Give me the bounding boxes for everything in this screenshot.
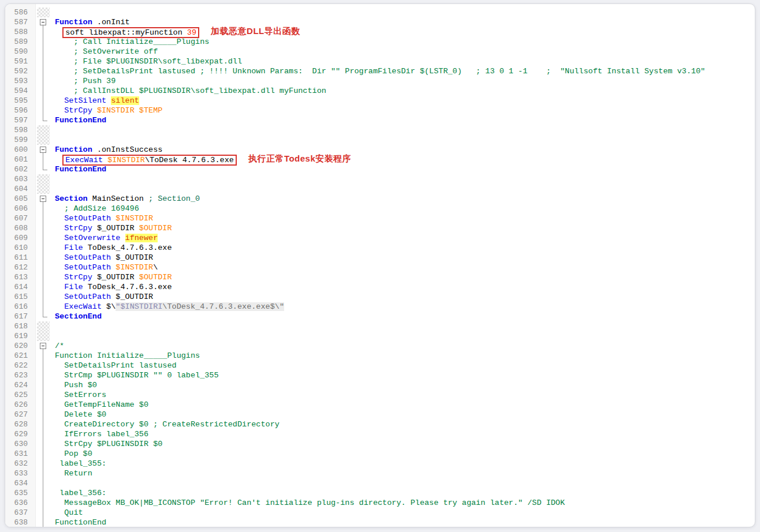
line-number[interactable]: 603 (5, 175, 35, 183)
line-number[interactable]: 635 (5, 489, 35, 497)
line-number[interactable]: 587 (5, 18, 35, 27)
line-number[interactable]: 597 (5, 116, 35, 125)
fold-minus-icon[interactable] (40, 147, 46, 153)
line-number[interactable]: 631 (5, 449, 35, 458)
code-text[interactable]: StrCpy $_OUTDIR $OUTDIR (55, 223, 172, 233)
line-number[interactable]: 601 (5, 155, 35, 164)
line-number[interactable]: 598 (5, 126, 35, 134)
code-text[interactable]: Delete $0 (55, 410, 106, 419)
code-text[interactable]: ; CallInstDLL $PLUGINSDIR\soft_libexpat.… (55, 86, 326, 96)
line-number[interactable]: 617 (5, 312, 35, 321)
line-number[interactable]: 592 (5, 67, 35, 76)
line-number[interactable]: 625 (5, 391, 35, 399)
line-number[interactable]: 589 (5, 38, 35, 46)
line-number[interactable]: 606 (5, 204, 35, 213)
code-text[interactable]: IfErrors label_356 (55, 429, 148, 439)
fold-collapse-icon[interactable] (35, 145, 50, 155)
code-text[interactable]: label_356: (55, 488, 106, 498)
line-number[interactable]: 604 (5, 185, 35, 193)
line-number[interactable]: 609 (5, 234, 35, 242)
code-text[interactable]: ; AddSize 169496 (55, 204, 139, 213)
line-number[interactable]: 594 (5, 87, 35, 95)
fold-minus-icon[interactable] (40, 343, 46, 349)
line-number[interactable]: 611 (5, 253, 35, 262)
code-text[interactable]: SetOutPath $INSTDIR\ (55, 263, 158, 272)
line-number[interactable]: 633 (5, 469, 35, 478)
code-text[interactable]: SetOutPath $_OUTDIR (55, 292, 153, 302)
line-number[interactable]: 600 (5, 145, 35, 154)
line-number[interactable]: 618 (5, 322, 35, 331)
line-number[interactable]: 608 (5, 224, 35, 233)
line-number[interactable]: 610 (5, 243, 35, 252)
fold-collapse-icon[interactable] (35, 194, 50, 204)
code-text[interactable]: /* (55, 341, 64, 351)
code-text[interactable]: StrCpy $INSTDIR $TEMP (55, 106, 162, 115)
code-text[interactable]: StrCpy $_OUTDIR $OUTDIR (55, 272, 172, 282)
line-number[interactable]: 605 (5, 194, 35, 203)
line-number[interactable]: 599 (5, 136, 35, 144)
code-text[interactable]: SectionEnd (55, 312, 102, 321)
line-number[interactable]: 637 (5, 508, 35, 517)
code-text[interactable]: ; Call Initialize_____Plugins (55, 37, 209, 47)
code-text[interactable]: Function Initialize_____Plugins (55, 351, 200, 361)
code-text[interactable]: FunctionEnd (55, 518, 106, 527)
line-number[interactable]: 624 (5, 381, 35, 389)
line-number[interactable]: 615 (5, 293, 35, 301)
code-text[interactable]: ExecWait $INSTDIR\ToDesk 4.7.6.3.exe执行正常… (55, 154, 351, 166)
line-number[interactable]: 634 (5, 479, 35, 488)
line-number[interactable]: 616 (5, 302, 35, 311)
code-text[interactable]: Push $0 (55, 380, 97, 390)
line-number[interactable]: 595 (5, 96, 35, 105)
code-text[interactable]: StrCpy $PLUGINSDIR $0 (55, 439, 162, 449)
line-number[interactable]: 629 (5, 430, 35, 439)
line-number[interactable]: 638 (5, 518, 35, 527)
code-area[interactable]: 586587Function .onInit588 soft libexpat:… (5, 8, 755, 527)
line-number[interactable]: 636 (5, 499, 35, 507)
line-number[interactable]: 627 (5, 410, 35, 419)
line-number[interactable]: 612 (5, 263, 35, 272)
code-text[interactable]: Quit (55, 508, 83, 518)
code-text[interactable]: Section MainSection ; Section_0 (55, 194, 200, 204)
code-text[interactable]: Function .onInstSuccess (55, 145, 162, 155)
line-number[interactable]: 630 (5, 440, 35, 448)
code-text[interactable]: Function .onInit (55, 17, 130, 27)
line-number[interactable]: 623 (5, 371, 35, 380)
fold-collapse-icon[interactable] (35, 341, 50, 351)
line-number[interactable]: 614 (5, 283, 35, 291)
code-text[interactable]: ; Push 39 (55, 76, 116, 86)
fold-minus-icon[interactable] (40, 19, 46, 25)
fold-minus-icon[interactable] (40, 196, 46, 202)
code-text[interactable]: ExecWait $\"$INSTDIRI\ToDesk_4.7.6.3.exe… (55, 302, 284, 312)
code-text[interactable]: SetOutPath $_OUTDIR (55, 253, 153, 263)
code-text[interactable]: SetSilent silent (55, 96, 139, 106)
code-text[interactable]: label_355: (55, 459, 106, 469)
line-number[interactable]: 607 (5, 214, 35, 223)
code-text[interactable]: SetOverwrite ifnewer (55, 233, 158, 243)
code-text[interactable]: SetErrors (55, 390, 106, 400)
code-text[interactable]: Return (55, 469, 92, 478)
line-number[interactable]: 586 (5, 8, 35, 17)
code-text[interactable]: StrCmp $PLUGINSDIR "" 0 label_355 (55, 370, 219, 380)
code-text[interactable]: GetTempFileName $0 (55, 400, 148, 410)
code-text[interactable]: FunctionEnd (55, 115, 106, 125)
line-number[interactable]: 622 (5, 361, 35, 370)
code-text[interactable]: Pop $0 (55, 449, 92, 459)
line-number[interactable]: 620 (5, 342, 35, 350)
line-number[interactable]: 626 (5, 400, 35, 409)
code-text[interactable]: ; File $PLUGINSDIR\soft_libexpat.dll (55, 57, 242, 66)
code-text[interactable]: SetDetailsPrint lastused (55, 361, 177, 370)
code-text[interactable]: SetOutPath $INSTDIR (55, 213, 153, 223)
line-number[interactable]: 632 (5, 459, 35, 468)
line-number[interactable]: 602 (5, 165, 35, 174)
code-text[interactable]: ; SetOverwrite off (55, 47, 158, 57)
line-number[interactable]: 619 (5, 332, 35, 340)
code-text[interactable]: FunctionEnd (55, 164, 106, 174)
line-number[interactable]: 621 (5, 351, 35, 360)
line-number[interactable]: 613 (5, 273, 35, 282)
line-number[interactable]: 628 (5, 420, 35, 429)
line-number[interactable]: 596 (5, 106, 35, 115)
line-number[interactable]: 590 (5, 47, 35, 56)
fold-collapse-icon[interactable] (35, 17, 50, 27)
code-text[interactable]: CreateDirectory $0 ; CreateRestrictedDir… (55, 419, 280, 429)
line-number[interactable]: 588 (5, 28, 35, 36)
